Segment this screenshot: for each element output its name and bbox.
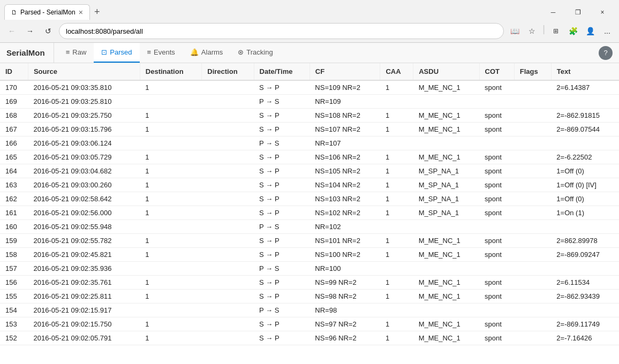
table-row[interactable]: 1552016-05-21 09:02:25.8111S → PNS=98 NR… (0, 290, 619, 304)
nav-tab-alarms[interactable]: 🔔 Alarms (183, 43, 230, 63)
table-cell: NR=96 (310, 345, 380, 350)
table-cell (479, 262, 514, 276)
table-row[interactable]: 1572016-05-21 09:02:35.936P → SNR=100 (0, 262, 619, 276)
table-cell (479, 220, 514, 234)
split-view-button[interactable]: ⊞ (548, 24, 563, 39)
table-row[interactable]: 1522016-05-21 09:02:05.7911S → PNS=96 NR… (0, 331, 619, 345)
table-cell: 2016-05-21 09:02:56.000 (28, 206, 140, 220)
table-cell: 1 (140, 150, 201, 164)
table-cell: 2=-869.11749 (551, 317, 619, 331)
table-row[interactable]: 1512016-05-21 09:01:55.899P → SNR=96 (0, 345, 619, 350)
table-cell: 2=-6.22502 (551, 150, 619, 164)
table-cell (380, 304, 413, 317)
tracking-tab-label: Tracking (246, 48, 273, 56)
raw-tab-icon: ≡ (66, 48, 70, 56)
table-row[interactable]: 1592016-05-21 09:02:55.7821S → PNS=101 N… (0, 234, 619, 248)
minimize-button[interactable]: ─ (541, 5, 565, 20)
table-cell (202, 331, 254, 345)
table-container[interactable]: ID Source Destination Direction Date/Tim… (0, 63, 619, 350)
table-row[interactable]: 1702016-05-21 09:03:35.8101S → PNS=109 N… (0, 80, 619, 95)
table-cell (514, 304, 551, 317)
table-cell: spont (479, 248, 514, 262)
table-cell: 2016-05-21 09:02:55.948 (28, 220, 140, 234)
table-cell (514, 136, 551, 150)
table-cell: P → S (254, 345, 310, 350)
table-cell: 1 (380, 331, 413, 345)
table-cell (413, 136, 479, 150)
browser-tab-active[interactable]: 🗋 Parsed - SerialMon × (4, 4, 90, 20)
table-row[interactable]: 1642016-05-21 09:03:04.6821S → PNS=105 N… (0, 164, 619, 178)
table-cell: NR=102 (310, 220, 380, 234)
profile-button[interactable]: 👤 (583, 24, 598, 39)
settings-menu-button[interactable]: ... (600, 24, 615, 39)
table-row[interactable]: 1542016-05-21 09:02:15.917P → SNR=98 (0, 304, 619, 317)
table-cell: M_ME_NC_1 (413, 290, 479, 304)
table-cell (514, 164, 551, 178)
table-cell (479, 345, 514, 350)
table-cell: 2016-05-21 09:02:05.791 (28, 331, 140, 345)
new-tab-button[interactable]: + (90, 4, 104, 20)
table-row[interactable]: 1682016-05-21 09:03:25.7501S → PNS=108 N… (0, 109, 619, 123)
table-cell: 1 (140, 123, 201, 136)
table-row[interactable]: 1582016-05-21 09:02:45.8211S → PNS=100 N… (0, 248, 619, 262)
table-cell (202, 290, 254, 304)
table-row[interactable]: 1692016-05-21 09:03:25.810P → SNR=109 (0, 95, 619, 109)
table-row[interactable]: 1672016-05-21 09:03:15.7961S → PNS=107 N… (0, 123, 619, 136)
table-cell: NS=97 NR=2 (310, 317, 380, 331)
table-cell (551, 95, 619, 109)
tab-close-button[interactable]: × (79, 8, 83, 17)
raw-tab-label: Raw (72, 48, 86, 56)
table-cell (202, 123, 254, 136)
table-cell: S → P (254, 150, 310, 164)
table-row[interactable]: 1532016-05-21 09:02:15.7501S → PNS=97 NR… (0, 317, 619, 331)
table-cell (202, 234, 254, 248)
table-cell (202, 80, 254, 95)
table-cell: spont (479, 331, 514, 345)
table-cell: 1=On (1) (551, 206, 619, 220)
col-cot: COT (479, 63, 514, 80)
table-row[interactable]: 1632016-05-21 09:03:00.2601S → PNS=104 N… (0, 178, 619, 192)
table-header-row: ID Source Destination Direction Date/Tim… (0, 63, 619, 80)
table-cell: P → S (254, 95, 310, 109)
restore-button[interactable]: ❐ (565, 5, 590, 20)
table-row[interactable]: 1662016-05-21 09:03:06.124P → SNR=107 (0, 136, 619, 150)
table-cell (202, 164, 254, 178)
table-cell: S → P (254, 331, 310, 345)
table-cell: NR=98 (310, 304, 380, 317)
nav-tab-tracking[interactable]: ⊛ Tracking (230, 43, 280, 63)
table-cell: 2016-05-21 09:03:15.796 (28, 123, 140, 136)
reader-view-button[interactable]: 📖 (507, 24, 522, 39)
table-cell: S → P (254, 248, 310, 262)
nav-tab-parsed[interactable]: ⊡ Parsed (94, 43, 139, 63)
forward-button[interactable]: → (22, 24, 37, 39)
table-cell: 1 (140, 331, 201, 345)
address-input[interactable] (59, 23, 504, 39)
nav-tab-events[interactable]: ≡ Events (140, 43, 183, 63)
table-cell: NS=102 NR=2 (310, 206, 380, 220)
nav-tab-raw[interactable]: ≡ Raw (58, 43, 94, 63)
close-button[interactable]: × (590, 5, 615, 20)
table-cell: 1 (380, 234, 413, 248)
events-tab-label: Events (154, 48, 175, 56)
table-cell (202, 248, 254, 262)
back-button[interactable]: ← (4, 24, 19, 39)
col-text: Text (551, 63, 619, 80)
extensions-button[interactable]: 🧩 (565, 24, 580, 39)
table-cell: NR=100 (310, 262, 380, 276)
refresh-button[interactable]: ↺ (41, 24, 56, 39)
table-row[interactable]: 1562016-05-21 09:02:35.7611S → PNS=99 NR… (0, 276, 619, 290)
help-button[interactable]: ? (599, 46, 613, 60)
favorites-button[interactable]: ☆ (524, 24, 539, 39)
table-row[interactable]: 1652016-05-21 09:03:05.7291S → PNS=106 N… (0, 150, 619, 164)
col-caa: CAA (380, 63, 413, 80)
table-cell (202, 192, 254, 206)
table-cell: 169 (0, 95, 28, 109)
table-cell (202, 136, 254, 150)
tab-page-icon: 🗋 (11, 9, 17, 16)
table-cell: 161 (0, 206, 28, 220)
table-row[interactable]: 1622016-05-21 09:02:58.6421S → PNS=103 N… (0, 192, 619, 206)
table-cell: 2016-05-21 09:03:06.124 (28, 136, 140, 150)
table-cell: M_ME_NC_1 (413, 109, 479, 123)
table-row[interactable]: 1612016-05-21 09:02:56.0001S → PNS=102 N… (0, 206, 619, 220)
table-row[interactable]: 1602016-05-21 09:02:55.948P → SNR=102 (0, 220, 619, 234)
